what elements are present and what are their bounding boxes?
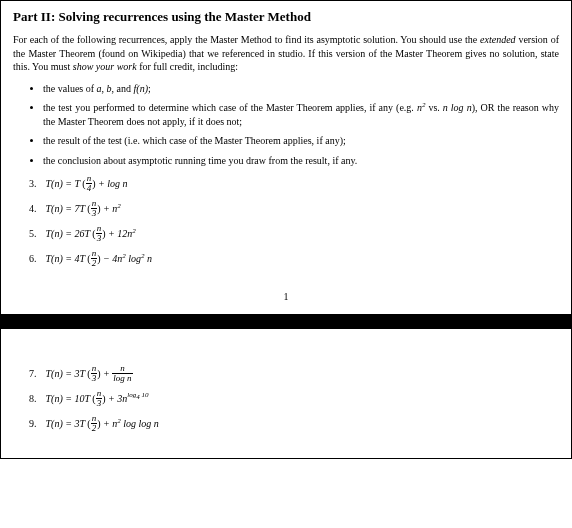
bullet-text: the test you performed to determine whic… — [43, 102, 417, 113]
problem-3: 3. T(n) = T (n4) + log n — [29, 175, 559, 194]
problem-number: 4. — [29, 201, 43, 216]
bullet-values: the values of a, b, and f(n); — [43, 82, 559, 96]
fraction: n3 — [91, 199, 98, 218]
problem-number: 7. — [29, 366, 43, 381]
recurrence: T(n) = 10T (n3) + 3nlog4 10 — [46, 393, 149, 404]
problems-list-page1: 3. T(n) = T (n4) + log n 4. T(n) = 7T (n… — [13, 175, 559, 269]
problem-5: 5. T(n) = 26T (n3) + 12n2 — [29, 225, 559, 244]
page-number: 1 — [13, 291, 559, 302]
problem-number: 6. — [29, 251, 43, 266]
fraction: n2 — [91, 414, 98, 433]
page-separator — [0, 315, 572, 329]
intro-italic-1: extended — [480, 34, 516, 45]
intro-italic-2: show your work — [73, 61, 137, 72]
fraction-tail: nlog n — [112, 364, 132, 383]
fraction: n2 — [91, 249, 98, 268]
math-fn: f(n) — [134, 83, 148, 94]
page-1: Part II: Solving recurrences using the M… — [0, 0, 572, 315]
problem-4: 4. T(n) = 7T (n3) + n2 — [29, 200, 559, 219]
fraction: n3 — [96, 389, 103, 408]
bullet-text: the values of — [43, 83, 97, 94]
problem-number: 3. — [29, 176, 43, 191]
math-nlogn: n log n — [443, 102, 472, 113]
problem-9: 9. T(n) = 3T (n2) + n2 log log n — [29, 415, 559, 434]
bullet-text: ; — [148, 83, 151, 94]
recurrence: T(n) = T (n4) + log n — [46, 178, 128, 189]
recurrence: T(n) = 7T (n3) + n2 — [46, 203, 121, 214]
intro-paragraph: For each of the following recurrences, a… — [13, 33, 559, 74]
page-2: 7. T(n) = 3T (n3) + nlog n 8. T(n) = 10T… — [0, 329, 572, 459]
problem-7: 7. T(n) = 3T (n3) + nlog n — [29, 365, 559, 384]
intro-text-3: for full credit, including: — [137, 61, 238, 72]
recurrence: T(n) = 26T (n3) + 12n2 — [46, 228, 136, 239]
problem-number: 8. — [29, 391, 43, 406]
recurrence: T(n) = 3T (n2) + n2 log log n — [46, 418, 159, 429]
recurrence: T(n) = 3T (n3) + nlog n — [46, 368, 133, 379]
intro-text: For each of the following recurrences, a… — [13, 34, 480, 45]
fraction: n3 — [96, 224, 103, 243]
math-a: a — [97, 83, 102, 94]
fraction: n4 — [86, 174, 93, 193]
problem-8: 8. T(n) = 10T (n3) + 3nlog4 10 — [29, 390, 559, 409]
bullet-result: the result of the test (i.e. which case … — [43, 134, 559, 148]
problem-number: 5. — [29, 226, 43, 241]
problem-6: 6. T(n) = 4T (n2) − 4n2 log2 n — [29, 250, 559, 269]
recurrence: T(n) = 4T (n2) − 4n2 log2 n — [46, 253, 153, 264]
problems-list-page2: 7. T(n) = 3T (n3) + nlog n 8. T(n) = 10T… — [13, 365, 559, 434]
bullet-test: the test you performed to determine whic… — [43, 101, 559, 128]
bullet-text: vs. — [425, 102, 442, 113]
requirements-list: the values of a, b, and f(n); the test y… — [13, 82, 559, 168]
fraction: n3 — [91, 364, 98, 383]
problem-number: 9. — [29, 416, 43, 431]
section-title: Part II: Solving recurrences using the M… — [13, 9, 559, 25]
bullet-conclusion: the conclusion about asymptotic running … — [43, 154, 559, 168]
bullet-text: , and — [112, 83, 134, 94]
